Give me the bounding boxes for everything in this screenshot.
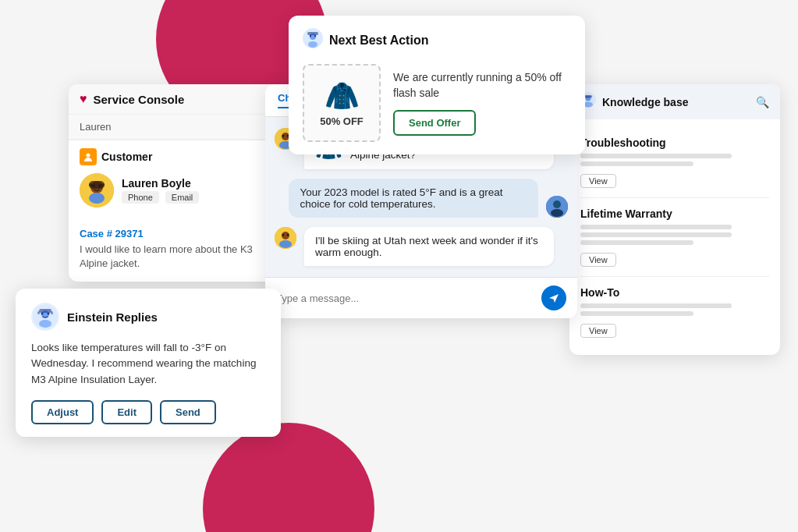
kb-item-title-3: How-To — [580, 286, 769, 299]
service-console-card: ♥ Service Console Lauren Customer — [69, 84, 287, 282]
nba-product-image: 🧥 50% OFF — [303, 64, 381, 142]
chat-message-text-2: Your 2023 model is rated 5°F and is a gr… — [300, 186, 502, 210]
next-best-action-card: Next Best Action 🧥 50% OFF We are curren… — [289, 16, 585, 154]
einstein-icon — [31, 303, 59, 331]
chat-input-bar — [265, 277, 577, 318]
kb-item-line-1a — [580, 154, 732, 158]
chat-send-button[interactable] — [541, 286, 566, 310]
einstein-replies-card: Einstein Replies Looks like temperatures… — [16, 289, 281, 437]
sc-user-name: Lauren Boyle — [122, 177, 199, 190]
sc-user-contacts: Phone Email — [122, 191, 199, 204]
kb-item-howto: How-To View — [580, 277, 769, 347]
kb-view-button-3[interactable]: View — [580, 324, 616, 338]
svg-point-12 — [39, 320, 51, 328]
case-label: Case # — [80, 228, 112, 239]
phone-button[interactable]: Phone — [122, 191, 159, 204]
svg-point-22 — [314, 35, 316, 37]
sc-customer-label: Customer — [101, 151, 152, 163]
kb-item-line-2a — [580, 225, 732, 229]
svg-point-20 — [308, 41, 317, 48]
svg-point-4 — [89, 193, 105, 204]
nba-header: Next Best Action — [303, 28, 571, 53]
chat-input[interactable] — [276, 293, 535, 304]
chat-bubble-3: I'll be skiing at Utah next week and won… — [304, 227, 554, 266]
nba-icon — [303, 28, 323, 53]
svg-rect-40 — [584, 95, 592, 98]
heart-icon: ♥ — [80, 92, 87, 106]
kb-title: Knowledge base — [602, 96, 750, 108]
kb-header-bar: Knowledge base 🔍 — [569, 84, 780, 119]
sc-case-description: I would like to learn more about the K3 … — [80, 243, 276, 271]
sc-case-section: Case # 29371 I would like to learn more … — [69, 222, 287, 282]
sc-case-number: Case # 29371 — [80, 228, 276, 239]
nba-content: 🧥 50% OFF We are currently running a 50%… — [303, 64, 571, 142]
kb-item-title-1: Troubleshooting — [580, 137, 769, 149]
nba-info: We are currently running a 50% off flash… — [393, 70, 571, 136]
case-number-value: 29371 — [115, 228, 144, 239]
knowledge-base-card: Knowledge base 🔍 Troubleshooting View Li… — [569, 84, 780, 355]
kb-item-troubleshooting: Troubleshooting View — [580, 127, 769, 198]
svg-point-30 — [553, 200, 561, 208]
sc-user-info: Lauren Boyle Phone Email — [122, 177, 199, 204]
svg-rect-23 — [307, 32, 318, 35]
einstein-body: Looks like temperatures will fall to -3°… — [31, 340, 265, 388]
tab-lauren[interactable]: Lauren — [80, 115, 120, 140]
kb-item-lifetime-warranty: Lifetime Warranty View — [580, 198, 769, 277]
kb-item-line-2b — [580, 232, 732, 237]
send-button[interactable]: Send — [160, 400, 216, 424]
kb-item-line-3b — [580, 311, 693, 316]
kb-items-list: Troubleshooting View Lifetime Warranty V… — [569, 119, 780, 355]
avatar — [80, 173, 114, 207]
svg-rect-17 — [51, 311, 53, 314]
service-console-header: ♥ Service Console — [69, 84, 287, 115]
svg-point-34 — [279, 240, 292, 248]
einstein-header: Einstein Replies — [31, 303, 265, 331]
chat-message-2: Your 2023 model is rated 5°F and is a gr… — [275, 179, 568, 218]
sc-customer-label-row: Customer — [80, 148, 276, 165]
chat-message-3: I'll be skiing at Utah next week and won… — [275, 227, 568, 266]
kb-item-line-3a — [580, 303, 732, 308]
sc-user-row: Lauren Boyle Phone Email — [80, 173, 276, 207]
svg-rect-16 — [37, 311, 40, 314]
kb-item-title-2: Lifetime Warranty — [580, 207, 769, 220]
einstein-actions: Adjust Edit Send — [31, 400, 265, 424]
sc-customer-icon — [80, 148, 97, 165]
send-offer-button[interactable]: Send Offer — [393, 110, 476, 136]
chat-message-text-3: I'll be skiing at Utah next week and won… — [315, 235, 543, 258]
bg-circle-bottom — [203, 423, 374, 532]
sc-tab-bar: Lauren — [69, 115, 287, 140]
edit-button[interactable]: Edit — [101, 400, 152, 424]
svg-point-35 — [282, 234, 285, 236]
chat-user-avatar-3 — [275, 227, 296, 249]
kb-view-button-2[interactable]: View — [580, 253, 616, 267]
kb-item-line-1b — [580, 161, 693, 166]
nba-description: We are currently running a 50% off flash… — [393, 70, 571, 101]
svg-point-9 — [101, 183, 105, 186]
einstein-title: Einstein Replies — [67, 310, 158, 324]
svg-point-21 — [310, 35, 311, 37]
svg-rect-15 — [39, 309, 51, 313]
search-icon[interactable]: 🔍 — [756, 96, 769, 108]
svg-point-31 — [551, 209, 563, 217]
sc-customer-section: Customer Lauren Boyle — [69, 140, 287, 222]
svg-point-8 — [89, 183, 92, 186]
nba-title: Next Best Action — [329, 34, 428, 48]
svg-point-27 — [282, 135, 285, 137]
chat-agent-avatar — [546, 196, 568, 218]
kb-item-line-2c — [580, 240, 693, 245]
discount-badge: 50% OFF — [320, 115, 364, 127]
svg-point-36 — [287, 234, 289, 236]
jacket-icon: 🧥 — [325, 80, 360, 112]
chat-bubble-2: Your 2023 model is rated 5°F and is a gr… — [289, 179, 538, 218]
service-console-title: Service Console — [94, 93, 185, 106]
svg-point-1 — [87, 154, 90, 158]
adjust-button[interactable]: Adjust — [31, 400, 94, 424]
kb-view-button-1[interactable]: View — [580, 174, 616, 188]
email-button[interactable]: Email — [165, 191, 200, 204]
